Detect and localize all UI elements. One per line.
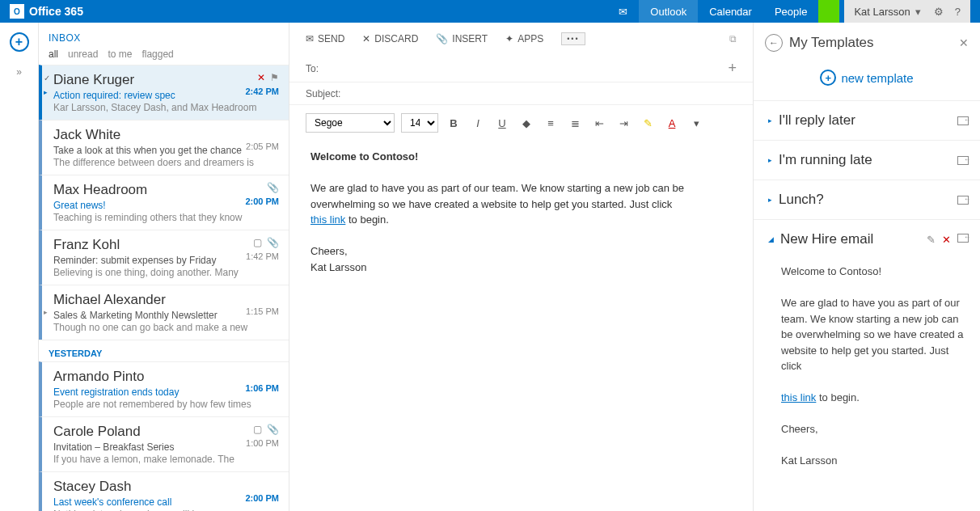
message-list: INBOX all unread to me flagged ✓ ▸ Diane… xyxy=(39,23,289,511)
message-item[interactable]: Max Headroom Great news! Teaching is rem… xyxy=(39,175,289,230)
nav-mail-icon[interactable]: ✉ xyxy=(607,0,639,23)
template-item[interactable]: ▸ I'm running late xyxy=(754,140,980,179)
top-nav: ✉ Outlook Calendar People xyxy=(607,0,839,23)
format-more-icon[interactable]: ▾ xyxy=(687,114,705,132)
more-button[interactable]: ••• xyxy=(561,32,585,45)
msg-preview: Though no one can go back and make a new xyxy=(53,322,279,333)
to-label: To: xyxy=(306,63,354,74)
brand-name: Office 365 xyxy=(29,5,83,18)
bold-button[interactable]: B xyxy=(445,114,463,132)
close-icon[interactable]: ✕ xyxy=(959,36,969,49)
message-item[interactable]: Stacey Dash Last week's conference call … xyxy=(39,471,289,511)
msg-preview: People are not remembered by how few tim… xyxy=(53,399,279,410)
user-menu[interactable]: Kat Larsson ▾ ⚙ ? xyxy=(844,0,970,23)
format-toolbar: Segoe 14 B I U ◆ ≡ ≣ ⇤ ⇥ ✎ A ▾ xyxy=(289,105,753,141)
back-button[interactable]: ← xyxy=(765,34,783,52)
filter-to-me[interactable]: to me xyxy=(108,49,132,60)
size-select[interactable]: 14 xyxy=(401,113,438,133)
help-icon[interactable]: ? xyxy=(955,6,961,18)
calendar-icon: ▢ xyxy=(253,424,262,435)
templates-panel: ← My Templates ✕ + new template ▸ I'll r… xyxy=(754,23,980,511)
plus-icon: + xyxy=(820,70,836,86)
inbox-header[interactable]: INBOX xyxy=(39,23,289,49)
calendar-icon: ▢ xyxy=(253,237,262,248)
nav-outlook[interactable]: Outlook xyxy=(639,0,698,23)
indent-button[interactable]: ⇥ xyxy=(615,114,632,132)
nav-calendar[interactable]: Calendar xyxy=(698,0,763,23)
compose-body[interactable]: Welcome to Contoso! We are glad to have … xyxy=(289,141,753,283)
insert-template-icon[interactable] xyxy=(957,156,969,165)
msg-time: 2:00 PM xyxy=(245,493,279,503)
message-item[interactable]: Armando Pinto Event registration ends to… xyxy=(39,361,289,416)
template-item[interactable]: ▸ Lunch? xyxy=(754,179,980,219)
msg-preview: Kar Larsson, Stacey Dash, and Max Headro… xyxy=(53,102,279,113)
compose-toolbar: ✉SEND ✕DISCARD 📎INSERT ✦APPS ••• ⧉ xyxy=(289,23,753,55)
msg-from: Stacey Dash xyxy=(53,479,279,495)
insert-template-icon[interactable] xyxy=(957,234,969,243)
message-item[interactable]: ✓ ▸ Diane Kruger Action required: review… xyxy=(39,65,289,120)
msg-time: 1:06 PM xyxy=(245,383,279,393)
new-item-button[interactable]: + xyxy=(10,32,29,52)
number-list-button[interactable]: ≣ xyxy=(566,114,584,132)
msg-time: 2:00 PM xyxy=(245,196,279,206)
message-item[interactable]: Carole Poland Invitation – Breakfast Ser… xyxy=(39,416,289,471)
msg-from: Carole Poland xyxy=(53,424,279,440)
to-input[interactable] xyxy=(354,62,728,74)
template-name: Lunch? xyxy=(779,192,957,208)
delete-icon[interactable]: ✕ xyxy=(942,234,951,246)
highlight-button[interactable]: ✎ xyxy=(639,114,657,132)
font-color-button[interactable]: A xyxy=(663,114,681,132)
subject-label: Subject: xyxy=(306,88,354,99)
outdent-button[interactable]: ⇤ xyxy=(590,114,608,132)
expand-rail-icon[interactable]: » xyxy=(16,66,22,78)
section-yesterday: YESTERDAY xyxy=(39,340,289,361)
italic-button[interactable]: I xyxy=(469,114,487,132)
body-link[interactable]: this link xyxy=(310,213,345,226)
font-select[interactable]: Segoe xyxy=(306,113,395,133)
template-item[interactable]: ▸ I'll reply later xyxy=(754,100,980,140)
filter-all[interactable]: all xyxy=(49,49,58,60)
clear-format-button[interactable]: ◆ xyxy=(517,114,535,132)
subject-input[interactable] xyxy=(354,87,737,99)
apps-button[interactable]: ✦APPS xyxy=(505,33,543,44)
bullet-list-button[interactable]: ≡ xyxy=(542,114,560,132)
nav-people[interactable]: People xyxy=(763,0,818,23)
flag-icon[interactable]: ⚑ xyxy=(270,72,279,83)
message-item[interactable]: Franz Kohl Reminder: submit expenses by … xyxy=(39,230,289,285)
msg-time: 2:42 PM xyxy=(245,87,279,96)
msg-time: 1:15 PM xyxy=(246,306,279,316)
msg-from: Jack White xyxy=(53,127,279,143)
gear-icon[interactable]: ⚙ xyxy=(934,6,944,18)
message-item[interactable]: ▸ Michael Alexander Sales & Marketing Mo… xyxy=(39,285,289,340)
msg-time: 1:42 PM xyxy=(246,251,279,261)
compose-pane: ✉SEND ✕DISCARD 📎INSERT ✦APPS ••• ⧉ To: +… xyxy=(289,23,754,511)
send-button[interactable]: ✉SEND xyxy=(306,33,344,44)
msg-time: 2:05 PM xyxy=(246,141,279,151)
apps-icon: ✦ xyxy=(505,33,513,44)
underline-button[interactable]: U xyxy=(493,114,511,132)
filter-unread[interactable]: unread xyxy=(68,49,98,60)
edit-icon[interactable]: ✎ xyxy=(927,234,936,246)
chevron-right-icon: ▸ xyxy=(768,156,772,164)
delete-icon[interactable]: ✕ xyxy=(257,72,265,83)
template-item-expanded[interactable]: ◢ New Hire email ✎ ✕ xyxy=(754,219,980,259)
tmpl-link[interactable]: this link xyxy=(781,391,816,403)
discard-button[interactable]: ✕DISCARD xyxy=(362,33,418,44)
filter-flagged[interactable]: flagged xyxy=(142,49,173,60)
send-icon: ✉ xyxy=(306,33,314,44)
popout-icon[interactable]: ⧉ xyxy=(729,33,737,44)
template-name: New Hire email xyxy=(780,231,927,247)
attachment-icon: 📎 xyxy=(267,424,279,435)
insert-button[interactable]: 📎INSERT xyxy=(436,33,488,44)
insert-template-icon[interactable] xyxy=(957,196,969,205)
insert-template-icon[interactable] xyxy=(957,116,969,125)
msg-from: Armando Pinto xyxy=(53,369,279,385)
msg-preview: Believing is one thing, doing another. M… xyxy=(53,267,279,278)
message-item[interactable]: Jack White Take a look at this when you … xyxy=(39,120,289,175)
brand[interactable]: O Office 365 xyxy=(10,4,83,19)
add-recipient-icon[interactable]: + xyxy=(728,60,737,77)
msg-from: Franz Kohl xyxy=(53,237,279,253)
msg-from: Max Headroom xyxy=(53,182,279,198)
new-template-button[interactable]: + new template xyxy=(754,60,980,100)
tmpl-greeting: Welcome to Contoso! xyxy=(781,264,964,280)
